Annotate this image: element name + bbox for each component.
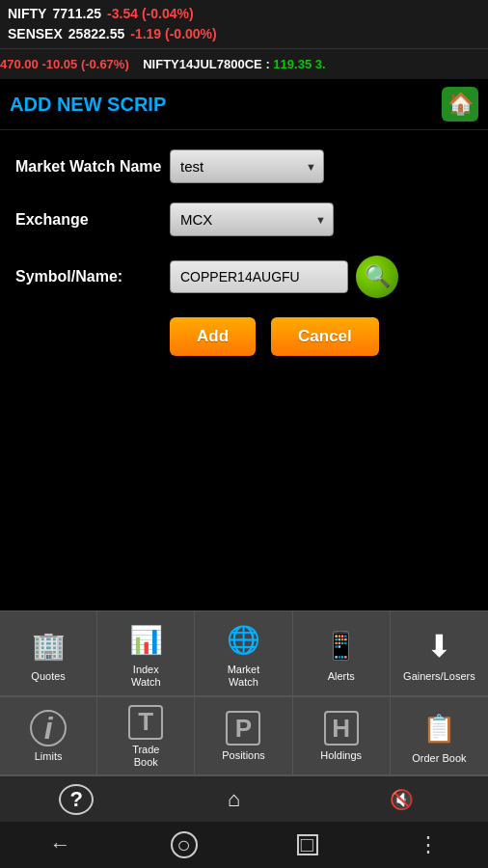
holdings-label: Holdings bbox=[320, 749, 362, 762]
nav-trade-book[interactable]: T TradeBook bbox=[97, 697, 195, 775]
positions-icon: P bbox=[226, 711, 260, 746]
symbol-input[interactable] bbox=[170, 260, 348, 293]
nav-quotes[interactable]: 🏢 Quotes bbox=[0, 611, 97, 695]
nifty-row: NIFTY 7711.25 -3.54 (-0.04%) bbox=[8, 4, 480, 24]
nav-market-watch[interactable]: 🌐 MarketWatch bbox=[195, 611, 292, 695]
nav-positions[interactable]: P Positions bbox=[195, 697, 292, 775]
bottom-toolbar: ? ⌂ 🔇 bbox=[0, 775, 488, 822]
mute-button[interactable]: 🔇 bbox=[374, 780, 429, 819]
gainers-losers-label: Gainers/Losers bbox=[403, 670, 475, 683]
action-buttons: Add Cancel bbox=[170, 317, 473, 356]
form-area: Market Watch Name test watch1 watch2 Exc… bbox=[0, 130, 488, 375]
exchange-row: Exchange MCX NSE BSE NCDEX bbox=[15, 203, 473, 236]
nav-index-watch[interactable]: 📊 IndexWatch bbox=[97, 611, 195, 695]
android-nav: ← ○ □ ⋮ bbox=[0, 822, 488, 868]
scroll-ticker: 470.00 -10.05 (-0.67%) NIFTY14JUL7800CE … bbox=[0, 48, 488, 79]
exchange-select-wrapper: MCX NSE BSE NCDEX bbox=[170, 203, 334, 236]
sensex-row: SENSEX 25822.55 -1.19 (-0.00%) bbox=[8, 24, 480, 44]
cancel-button[interactable]: Cancel bbox=[271, 317, 379, 356]
toolbar-home-button[interactable]: ⌂ bbox=[212, 779, 256, 820]
quotes-label: Quotes bbox=[31, 670, 65, 683]
recent-button[interactable]: □ bbox=[297, 834, 318, 855]
search-button[interactable]: 🔍 bbox=[356, 256, 398, 298]
nav-grid-row2: i Limits T TradeBook P Positions H Holdi… bbox=[0, 696, 488, 775]
nav-grid-row1: 🏢 Quotes 📊 IndexWatch 🌐 MarketWatch 📱 Al… bbox=[0, 610, 488, 695]
order-book-label: Order Book bbox=[412, 752, 466, 765]
index-watch-icon: 📊 bbox=[125, 619, 166, 660]
page-title: ADD NEW SCRIP bbox=[10, 94, 166, 116]
sensex-value: 25822.55 bbox=[68, 24, 124, 44]
home-button[interactable]: 🏠 bbox=[442, 87, 478, 122]
exchange-label: Exchange bbox=[15, 211, 170, 229]
gainers-losers-icon: ⬇ bbox=[419, 626, 459, 666]
nifty-change: -3.54 (-0.04%) bbox=[107, 4, 194, 24]
trade-book-label: TradeBook bbox=[132, 744, 159, 769]
trade-book-icon: T bbox=[128, 705, 163, 740]
market-watch-select[interactable]: test watch1 watch2 bbox=[170, 149, 324, 183]
limits-label: Limits bbox=[35, 750, 63, 763]
header: ADD NEW SCRIP 🏠 bbox=[0, 79, 488, 130]
ticker-bar: NIFTY 7711.25 -3.54 (-0.04%) SENSEX 2582… bbox=[0, 0, 488, 48]
quotes-icon: 🏢 bbox=[28, 626, 68, 666]
nav-gainers-losers[interactable]: ⬇ Gainers/Losers bbox=[391, 611, 488, 695]
scroll-content: 470.00 -10.05 (-0.67%) NIFTY14JUL7800CE … bbox=[0, 57, 326, 71]
help-button[interactable]: ? bbox=[59, 784, 94, 815]
back-button[interactable]: ← bbox=[50, 832, 71, 857]
market-watch-icon: 🌐 bbox=[223, 619, 263, 660]
home-nav-button[interactable]: ○ bbox=[171, 831, 198, 858]
market-watch-label-nav: MarketWatch bbox=[228, 664, 260, 689]
market-watch-select-wrapper: test watch1 watch2 bbox=[170, 149, 324, 183]
symbol-input-area: 🔍 bbox=[170, 256, 398, 298]
positions-label: Positions bbox=[222, 749, 265, 762]
order-book-icon: 📋 bbox=[419, 708, 459, 748]
nifty-label: NIFTY bbox=[8, 4, 46, 24]
search-icon: 🔍 bbox=[356, 256, 398, 298]
symbol-label: Symbol/Name: bbox=[15, 268, 170, 285]
sensex-change: -1.19 (-0.00%) bbox=[130, 24, 217, 44]
alerts-icon: 📱 bbox=[321, 626, 362, 666]
market-watch-row: Market Watch Name test watch1 watch2 bbox=[15, 149, 473, 183]
alerts-label: Alerts bbox=[328, 670, 355, 683]
exchange-select[interactable]: MCX NSE BSE NCDEX bbox=[170, 203, 334, 236]
holdings-icon: H bbox=[324, 711, 359, 746]
add-button[interactable]: Add bbox=[170, 317, 256, 356]
nav-limits[interactable]: i Limits bbox=[0, 697, 97, 775]
nifty-value: 7711.25 bbox=[52, 4, 101, 24]
nav-alerts[interactable]: 📱 Alerts bbox=[293, 611, 391, 695]
limits-icon: i bbox=[30, 710, 67, 746]
market-watch-label: Market Watch Name bbox=[15, 158, 170, 176]
nav-holdings[interactable]: H Holdings bbox=[293, 697, 391, 775]
symbol-row: Symbol/Name: 🔍 bbox=[15, 256, 473, 298]
bottom-nav: 🏢 Quotes 📊 IndexWatch 🌐 MarketWatch 📱 Al… bbox=[0, 610, 488, 775]
more-button[interactable]: ⋮ bbox=[418, 832, 439, 857]
index-watch-label: IndexWatch bbox=[131, 664, 161, 689]
home-icon: 🏠 bbox=[447, 92, 474, 117]
sensex-label: SENSEX bbox=[8, 24, 63, 44]
nav-order-book[interactable]: 📋 Order Book bbox=[391, 697, 488, 775]
